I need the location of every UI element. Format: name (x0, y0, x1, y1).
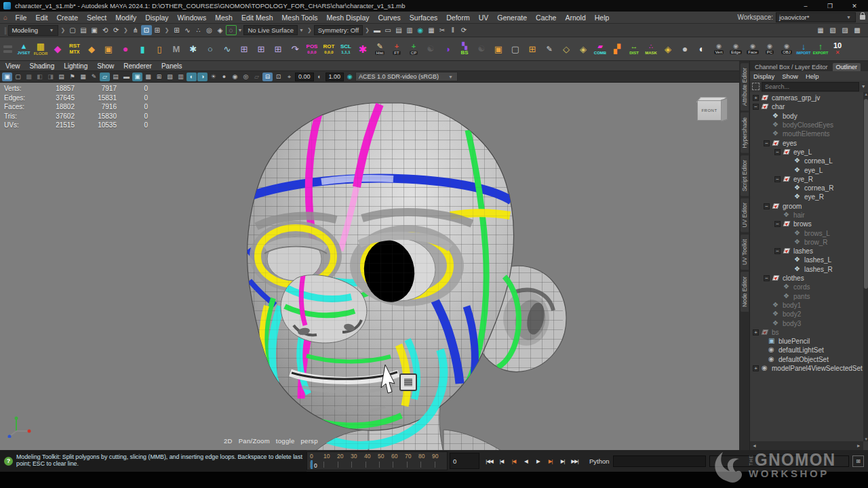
outliner-row[interactable]: pants (751, 292, 863, 301)
hud-toggle-icon[interactable]: ▥ (176, 73, 186, 81)
open-scene-icon[interactable]: ▤ (78, 25, 89, 35)
shelf-rot-icon[interactable]: ROT 0,0,0 (321, 39, 337, 59)
shelf-top-icon[interactable]: ◈ (660, 39, 676, 59)
shelf-squares-icon[interactable]: ▞ (609, 39, 625, 59)
shelf-shaded-ball-icon[interactable]: ◐ (694, 39, 710, 59)
shelf-tab-selector-icon[interactable] (3, 45, 12, 53)
menu-item[interactable]: Edit (31, 14, 52, 22)
expander-icon[interactable]: − (774, 176, 781, 182)
plane-toggle-icon[interactable]: ▱ (252, 73, 262, 81)
sidebar-tab[interactable]: Hypershade (741, 113, 749, 153)
tab-channel-box[interactable]: Channel Box / Layer Editor (751, 63, 831, 71)
camera-attributes-icon[interactable]: ▤ (56, 73, 66, 81)
color-management-icon[interactable]: ◉ (344, 73, 355, 81)
colorspace-select[interactable]: ACES 1.0 SDR-video (sRGB)▼ (355, 72, 458, 81)
shelf-cube-icon[interactable]: ▣ (100, 39, 117, 59)
render-settings-icon[interactable]: ▤ (393, 25, 404, 35)
play-backwards-button[interactable]: ◀ (520, 455, 532, 466)
live-surface-field[interactable]: No Live Surface (243, 25, 298, 35)
play-forwards-button[interactable]: ▶ (532, 455, 544, 466)
shelf-cylinder-icon[interactable]: ▮ (134, 39, 151, 59)
make-live-icon[interactable]: ◌ (226, 25, 237, 35)
shelf-mask-icon[interactable]: ∴ MASK (643, 39, 659, 59)
workspace-select[interactable]: joaovictor*▼ (776, 12, 856, 22)
shelf-lattice2-icon[interactable]: ⊞ (253, 39, 269, 59)
shelf-m-icon[interactable]: M (168, 39, 184, 59)
gamma-field[interactable]: 1.00 (326, 73, 344, 81)
snap-to-grid-icon[interactable]: ⊞ (172, 25, 182, 35)
shelf-cam-vert-icon[interactable]: ◉ Vert (711, 39, 727, 59)
select-highlight-icon[interactable]: ▣ (2, 73, 12, 81)
paint-select-icon[interactable]: ▩ (24, 73, 34, 81)
panel-menu-item[interactable]: View (5, 62, 30, 70)
outliner-row[interactable]: body (751, 112, 863, 121)
shelf-barrel-icon[interactable]: ▯ (151, 39, 167, 59)
four-view-icon[interactable]: ⊞ (154, 73, 164, 81)
outliner-menu-item[interactable]: Show (782, 73, 806, 80)
ipr-render-icon[interactable]: ▭ (382, 25, 393, 35)
cut-selection-icon[interactable]: ✂ (437, 25, 448, 35)
outliner-menu-item[interactable]: Help (806, 73, 827, 80)
menu-item[interactable]: Edit Mesh (237, 14, 277, 22)
channel-box-toggle-icon[interactable]: ▩ (852, 25, 863, 35)
undo-icon[interactable]: ⟲ (100, 25, 111, 35)
sidebar-tab[interactable]: UV Toolkit (741, 235, 749, 270)
sidebar-tab[interactable]: Script Editor (741, 155, 749, 196)
command-line-language-label[interactable]: Python (589, 458, 610, 465)
outliner-row[interactable]: brows_L (751, 228, 863, 237)
expander-icon[interactable]: + (753, 329, 759, 336)
isolate-select-icon[interactable]: ◎ (241, 73, 251, 81)
go-to-start-button[interactable]: |◀◀ (484, 455, 495, 466)
outliner-row[interactable]: mouthElements (751, 129, 863, 138)
shelf-ten-icon[interactable]: 10 ✕ (829, 39, 846, 59)
outliner-row[interactable]: lashes_L (751, 256, 863, 264)
menu-item[interactable]: Arnold (561, 14, 590, 22)
outliner-row[interactable]: − lashes (751, 247, 863, 256)
shelf-lattice1-icon[interactable]: ⊞ (236, 39, 252, 59)
step-back-key-button[interactable]: |◀ (508, 455, 519, 466)
shelf-ft-icon[interactable]: + FT (389, 39, 405, 59)
gamma-icon[interactable]: ◐ (315, 73, 325, 81)
shelf-jvset-icon[interactable]: ▲ JVSET (16, 39, 32, 59)
shelf-blendshape-icon[interactable]: ▚ BS (456, 39, 473, 59)
new-scene-icon[interactable]: ▢ (67, 25, 78, 35)
sidebar-tab[interactable]: Node Editor (741, 272, 749, 312)
view-cube-front-face[interactable]: FRONT (697, 100, 722, 121)
view-cube[interactable]: FRONT (696, 96, 727, 123)
outliner-row[interactable]: eye_R (751, 192, 863, 201)
timeline-playhead[interactable] (311, 460, 313, 469)
pause-viewport-icon[interactable]: ‖ (448, 25, 458, 35)
outliner-row[interactable]: lashes_R (751, 265, 863, 274)
script-editor-icon[interactable]: ⊞ (852, 455, 864, 467)
sidebar-tab[interactable]: UV Editor (741, 198, 749, 232)
menu-item[interactable]: Cache (532, 14, 561, 22)
panel-menu-item[interactable]: Shading (30, 62, 64, 70)
step-forward-key-button[interactable]: ▶| (545, 455, 556, 466)
menu-item[interactable]: Generate (493, 14, 532, 22)
outliner-row[interactable]: + cameras_grp_jv (751, 94, 863, 102)
shelf-pentagon-icon[interactable]: ◆ (50, 39, 66, 59)
outliner-row[interactable]: − clothes (751, 274, 863, 283)
current-frame-field[interactable]: 0 (450, 453, 479, 469)
maximize-button[interactable]: ❐ (820, 3, 840, 9)
image-plane-icon[interactable]: ▦ (78, 73, 88, 81)
outliner-row[interactable]: − brows (751, 220, 863, 228)
panel-menu-item[interactable]: Panels (161, 62, 192, 70)
modeling-toolkit-toggle-icon[interactable]: ▦ (815, 25, 826, 35)
expander-icon[interactable]: − (774, 149, 781, 155)
shelf-sphere-gray-icon[interactable]: ● (677, 39, 693, 59)
outliner-row[interactable]: hair (751, 211, 863, 220)
chevron-down-icon[interactable]: ▼ (298, 28, 305, 33)
menu-item[interactable]: Surfaces (405, 14, 441, 22)
menu-item[interactable]: Help (590, 14, 614, 22)
shadows-icon[interactable]: ☀ (208, 73, 218, 81)
outliner-row[interactable]: cords (751, 283, 863, 291)
shelf-fan-icon[interactable]: ◑ (439, 39, 456, 59)
shelf-rst-mtx-icon[interactable]: RST MTX (66, 39, 83, 59)
outliner-row[interactable]: bodyClosedEyes (751, 121, 863, 129)
menu-item[interactable]: Curves (374, 14, 405, 22)
shelf-dist-icon[interactable]: ↔ DIST (626, 39, 642, 59)
render-view-icon[interactable]: ◉ (415, 25, 426, 35)
attribute-editor-toggle-icon[interactable]: ▨ (840, 25, 850, 35)
motion-blur-icon[interactable]: ◉ (230, 73, 240, 81)
